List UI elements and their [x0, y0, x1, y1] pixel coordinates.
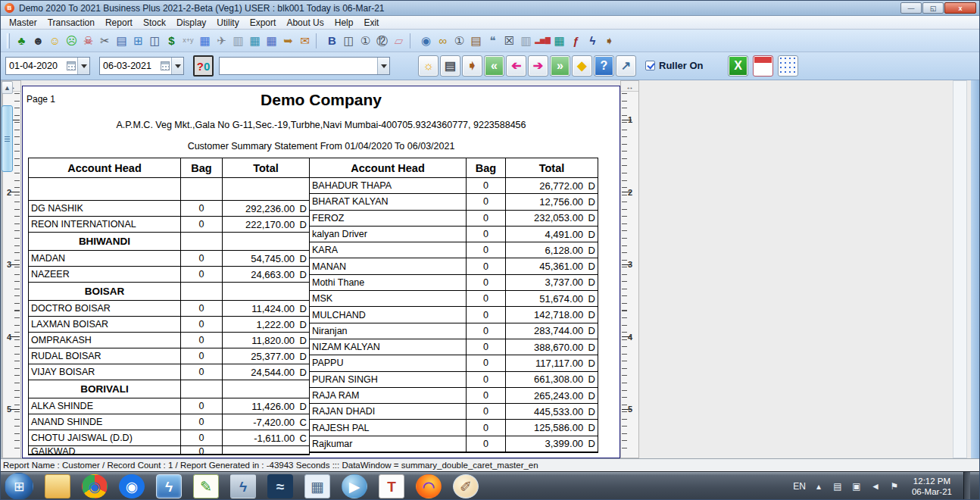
media-player-icon[interactable]: ▶ [342, 474, 367, 498]
group-row[interactable]: BORIVALI [29, 380, 309, 398]
ruler-resize-icon[interactable]: ↔ [621, 82, 638, 92]
glasses-icon[interactable]: ∞ [435, 33, 451, 49]
happy-face-icon[interactable]: ☺ [47, 33, 63, 49]
tray-expand-icon[interactable]: ▴ [813, 480, 825, 492]
table-row[interactable]: CHOTU JAISWAL (D.D)0-1,611.00 C [29, 430, 309, 446]
table-row[interactable]: RAJAN DHADI0445,533.00 D [310, 404, 598, 420]
page-1-icon[interactable]: ① [357, 33, 373, 49]
sad-face-icon[interactable]: ☹ [64, 33, 80, 49]
table-blue-icon[interactable]: ▦ [264, 33, 279, 49]
close-button[interactable]: x [944, 2, 976, 14]
vertical-scrollbar[interactable] [953, 80, 967, 458]
toolbar-grip[interactable] [7, 33, 10, 48]
ruler-on-checkbox[interactable] [645, 61, 655, 70]
pdf-export-icon[interactable] [753, 55, 773, 77]
print-icon[interactable]: ▤ [440, 55, 460, 77]
page-12-icon[interactable]: ⑫ [374, 33, 390, 49]
group-row[interactable]: BOISAR [29, 283, 309, 301]
table-row[interactable]: Rajkumar03,399.00 D [310, 436, 598, 452]
table-row[interactable]: RAJA RAM0265,243.00 D [310, 388, 598, 404]
previous-record-icon[interactable]: ➔ [506, 55, 526, 77]
table-row[interactable]: RAJESH PAL0125,586.00 D [310, 420, 598, 436]
paint-icon[interactable]: ✐ [453, 474, 479, 498]
table-row[interactable]: BAHADUR THAPA026,772.00 D [310, 178, 598, 194]
eraser-icon[interactable]: ▱ [391, 33, 407, 49]
money-bag-icon[interactable]: $ [164, 33, 179, 49]
menu-export[interactable]: Export [245, 17, 282, 28]
query-zero-button[interactable]: ?0 [193, 55, 214, 77]
close-report-door-icon[interactable]: ➧ [462, 55, 482, 77]
table-row[interactable]: GAIKWAD0 [29, 446, 309, 455]
palm-tree-icon[interactable]: ♣ [14, 33, 30, 49]
account-filter-combo[interactable] [219, 57, 390, 75]
minimize-button[interactable]: — [900, 2, 922, 14]
maximize-restore-button[interactable]: ◱ [922, 2, 944, 14]
truck-upload-icon[interactable]: ➥ [280, 33, 296, 49]
table-green-icon[interactable]: ▦ [247, 33, 263, 49]
last-record-icon[interactable]: » [550, 55, 570, 77]
table-row[interactable]: FEROZ0232,053.00 D [310, 211, 598, 227]
volume-tray-icon[interactable]: ◄ [869, 480, 882, 492]
table-row[interactable]: ANAND SHINDE0-7,420.00 C [29, 414, 309, 430]
table-row[interactable]: MADAN054,745.00 D [29, 251, 309, 267]
menu-master[interactable]: Master [4, 17, 42, 28]
menu-about-us[interactable]: About Us [281, 17, 329, 28]
table-row[interactable]: MSK051,674.00 D [310, 291, 598, 307]
table-row[interactable]: PAPPU0117,117.00 D [310, 355, 598, 371]
date-to-picker[interactable]: 06-03-2021 [99, 57, 184, 75]
table-row[interactable]: MULCHAND0142,718.00 D [310, 307, 598, 323]
table-row[interactable]: OMPRAKASH011,820.00 D [29, 333, 309, 348]
table-row[interactable]: NAZEER024,663.00 D [29, 267, 309, 283]
database-copy-icon[interactable]: ▥ [230, 33, 246, 49]
table-row[interactable]: DG NASHIK0292,236.00 D [29, 201, 309, 217]
menu-help[interactable]: Help [329, 17, 359, 28]
calendar-grid-icon[interactable]: ▦ [197, 33, 213, 49]
comment-icon[interactable]: ❝ [485, 33, 501, 49]
menu-transaction[interactable]: Transaction [42, 17, 100, 28]
table-row[interactable]: ALKA SHINDE011,426.00 D [29, 398, 309, 414]
window-date-icon[interactable]: ◫ [147, 33, 163, 49]
start-button[interactable]: ⊞ [5, 473, 33, 500]
help-icon[interactable]: ? [594, 55, 614, 77]
menu-exit[interactable]: Exit [358, 17, 384, 28]
table-row[interactable]: RUDAL BOISAR025,377.00 D [29, 348, 309, 364]
table-row[interactable]: DOCTRO BOISAR011,424.00 D [29, 301, 309, 317]
pages-icon[interactable]: ◫ [341, 33, 357, 49]
table-row[interactable]: BHARAT KALYAN012,756.00 D [310, 194, 598, 210]
mask-icon[interactable]: ☠ [80, 33, 96, 49]
mysql-workbench-icon[interactable]: ≈ [267, 474, 293, 498]
function-icon[interactable]: ƒ [568, 33, 584, 49]
first-record-icon[interactable]: « [484, 55, 504, 77]
business-plus-taskbar-icon[interactable]: ϟ [156, 474, 182, 498]
date-from-dropdown[interactable] [77, 58, 89, 74]
dots-grid-icon[interactable] [778, 55, 798, 77]
database-search-icon[interactable]: ◉ [418, 33, 434, 49]
scissors-icon[interactable]: ✂ [97, 33, 113, 49]
table-row[interactable]: VIJAY BOISAR024,544.00 D [29, 364, 309, 380]
network-tray-icon[interactable]: ▣ [850, 480, 863, 492]
menu-report[interactable]: Report [100, 17, 138, 28]
firefox-icon[interactable]: ◠ [416, 474, 442, 498]
table-row[interactable]: NIZAM KALYAN0388,670.00 D [310, 339, 598, 355]
table-row[interactable]: Niranjan0283,744.00 D [310, 323, 598, 339]
table-row[interactable]: KARA06,128.00 D [310, 242, 598, 258]
calculator-icon[interactable]: ▦ [551, 33, 567, 49]
taskbar-clock[interactable]: 12:12 PM 06-Mar-21 [907, 476, 957, 497]
nodes-add-icon[interactable]: ⊞ [130, 33, 146, 49]
excel-export-icon[interactable]: X [728, 55, 748, 77]
table-row[interactable]: PURAN SINGH0661,308.00 D [310, 372, 598, 388]
bold-icon[interactable]: B [324, 33, 340, 49]
calculator-app-icon[interactable]: ▦ [304, 474, 330, 498]
date-to-dropdown[interactable] [171, 58, 183, 74]
show-desktop-button[interactable] [963, 472, 970, 500]
run-icon[interactable]: ϟ [585, 33, 601, 49]
tip-lightbulb-icon[interactable]: ☼ [418, 55, 439, 77]
table-row[interactable]: kalyan Driver04,491.00 D [310, 227, 598, 242]
document-user-icon[interactable]: ▤ [114, 33, 130, 49]
action-center-flag-icon[interactable]: ⚑ [888, 480, 900, 492]
formula-xy-icon[interactable]: x+y [180, 33, 196, 49]
spy-user-icon[interactable]: ☻ [30, 33, 46, 49]
clipboard-tray-icon[interactable]: ▤ [832, 480, 844, 492]
bar-chart-icon[interactable]: ▂▅▇ [535, 33, 551, 49]
menu-stock[interactable]: Stock [138, 17, 171, 28]
